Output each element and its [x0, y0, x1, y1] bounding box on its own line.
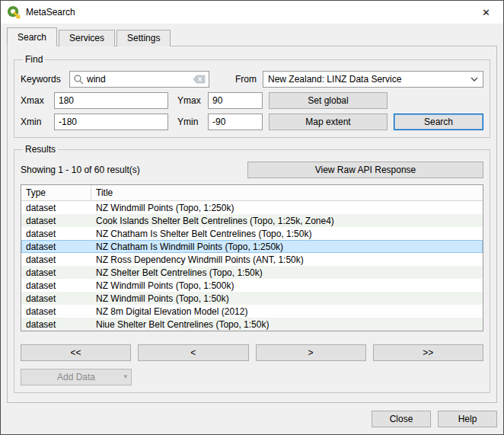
table-row[interactable]: dataset Niue Shelter Belt Centrelines (T…: [21, 318, 483, 331]
table-row[interactable]: dataset NZ Shelter Belt Centrelines (Top…: [21, 266, 483, 279]
xmin-input[interactable]: [54, 114, 168, 130]
clear-keywords-icon[interactable]: [193, 75, 206, 84]
search-tab-panel: Find Keywords: [7, 46, 497, 403]
tab-settings[interactable]: Settings: [116, 30, 171, 46]
cell-title: NZ 8m Digital Elevation Model (2012): [91, 306, 483, 317]
find-group: Find Keywords: [14, 54, 490, 138]
add-data-button[interactable]: Add Data ▾: [21, 369, 132, 385]
xmin-label: Xmin: [21, 117, 54, 127]
ymax-input[interactable]: [208, 92, 263, 109]
min-extent-row: Xmin Ymin Map extent Search: [21, 114, 483, 130]
dialog-button-box: Close Help: [1, 403, 503, 427]
dropdown-arrow-icon: ▾: [123, 373, 127, 380]
pagination: << < > >>: [21, 344, 483, 361]
cell-type: dataset: [21, 254, 91, 265]
window-title: MetaSearch: [26, 7, 75, 18]
keywords-row: Keywords: [21, 71, 483, 88]
results-count-text: Showing 1 - 10 of 60 result(s): [21, 165, 247, 175]
results-group: Results Showing 1 - 10 of 60 result(s) V…: [14, 144, 490, 393]
column-header-type[interactable]: Type: [21, 185, 91, 200]
cell-type: dataset: [21, 280, 91, 291]
cell-title: Cook Islands Shelter Belt Centrelines (T…: [91, 216, 483, 226]
set-global-button[interactable]: Set global: [269, 92, 388, 109]
results-table-body: dataset NZ Windmill Points (Topo, 1:250k…: [21, 201, 483, 331]
results-table: Type Title dataset NZ Windmill Points (T…: [21, 184, 483, 331]
ymin-input[interactable]: [208, 114, 263, 130]
cell-title: NZ Ross Dependency Windmill Points (ANT,…: [91, 254, 483, 265]
title-bar: MetaSearch ✕: [1, 1, 503, 24]
table-row[interactable]: dataset NZ Windmill Points (Topo, 1:250k…: [21, 201, 483, 214]
window-close-button[interactable]: ✕: [469, 1, 503, 24]
keywords-label: Keywords: [21, 74, 69, 85]
chevron-down-icon: [471, 77, 478, 82]
search-button[interactable]: Search: [394, 114, 483, 130]
xmax-label: Xmax: [21, 95, 54, 106]
cell-title: NZ Windmill Points (Topo, 1:250k): [91, 203, 483, 213]
xmax-input[interactable]: [54, 92, 168, 109]
keywords-input-wrapper: [69, 71, 209, 88]
results-header: Showing 1 - 10 of 60 result(s) View Raw …: [21, 162, 483, 178]
next-page-button[interactable]: >: [256, 344, 366, 361]
table-row[interactable]: dataset NZ Chatham Is Shelter Belt Centr…: [21, 227, 483, 240]
cell-type: dataset: [21, 293, 91, 304]
cell-type: dataset: [21, 241, 91, 252]
map-extent-button[interactable]: Map extent: [269, 114, 388, 130]
from-label: From: [235, 74, 257, 85]
table-row[interactable]: dataset NZ Ross Dependency Windmill Poin…: [21, 253, 483, 266]
table-row[interactable]: dataset NZ Windmill Points (Topo, 1:500k…: [21, 279, 483, 292]
cell-title: Niue Shelter Belt Centrelines (Topo, 1:5…: [91, 319, 483, 330]
cell-type: dataset: [21, 267, 91, 278]
tab-bar: Search Services Settings: [1, 24, 503, 46]
table-row[interactable]: dataset NZ 8m Digital Elevation Model (2…: [21, 305, 483, 318]
cell-title: NZ Shelter Belt Centrelines (Topo, 1:50k…: [91, 267, 483, 278]
column-header-title[interactable]: Title: [91, 187, 483, 198]
keywords-input[interactable]: [87, 74, 191, 85]
ymin-label: Ymin: [177, 117, 208, 127]
cell-title: NZ Windmill Points (Topo, 1:500k): [91, 280, 483, 291]
cell-title: NZ Windmill Points (Topo, 1:50k): [91, 293, 483, 304]
table-row[interactable]: dataset Cook Islands Shelter Belt Centre…: [21, 214, 483, 227]
cell-type: dataset: [21, 306, 91, 317]
cell-title: NZ Chatham Is Windmill Points (Topo, 1:2…: [91, 241, 483, 252]
first-page-button[interactable]: <<: [21, 344, 131, 361]
tab-services[interactable]: Services: [59, 30, 115, 46]
catalog-select[interactable]: New Zealand: LINZ Data Service: [263, 71, 483, 88]
cell-type: dataset: [21, 229, 91, 239]
cell-type: dataset: [21, 203, 91, 213]
help-button[interactable]: Help: [438, 411, 497, 427]
view-raw-api-response-button[interactable]: View Raw API Response: [247, 162, 483, 178]
search-icon: [73, 74, 84, 85]
cell-type: dataset: [21, 216, 91, 226]
results-table-header: Type Title: [21, 185, 483, 201]
table-row[interactable]: dataset NZ Windmill Points (Topo, 1:50k): [21, 292, 483, 305]
cell-type: dataset: [21, 319, 91, 330]
metasearch-dialog: MetaSearch ✕ Search Services Settings Fi…: [0, 0, 504, 435]
cell-title: NZ Chatham Is Shelter Belt Centrelines (…: [91, 229, 483, 239]
ymax-label: Ymax: [177, 95, 208, 106]
max-extent-row: Xmax Ymax Set global: [21, 92, 483, 109]
find-group-label: Find: [23, 54, 45, 65]
close-button[interactable]: Close: [372, 411, 431, 427]
add-data-label: Add Data: [57, 372, 95, 382]
tab-search[interactable]: Search: [7, 27, 57, 46]
results-group-label: Results: [23, 144, 58, 155]
table-row[interactable]: dataset NZ Chatham Is Windmill Points (T…: [21, 240, 483, 253]
last-page-button[interactable]: >>: [373, 344, 483, 361]
qgis-logo-icon: [7, 5, 21, 19]
prev-page-button[interactable]: <: [138, 344, 248, 361]
catalog-selected-value: New Zealand: LINZ Data Service: [268, 74, 401, 85]
